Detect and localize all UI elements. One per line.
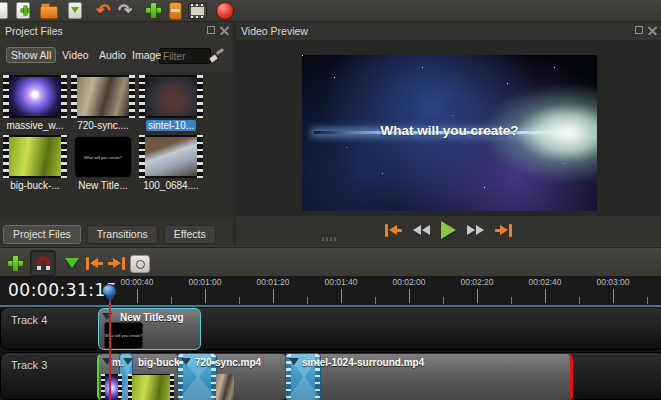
file-label: big-buck-...	[3, 180, 67, 191]
clip-thumbnail	[128, 374, 174, 400]
fast-forward-button[interactable]	[467, 225, 484, 235]
ruler-tick-label: 00:01:20	[256, 277, 289, 287]
center-on-playhead-button[interactable]	[130, 255, 150, 273]
ruler-tick-major	[341, 289, 342, 303]
file-thumbnail	[139, 75, 203, 118]
track-3: Track 3m...big-buck-720-sync.mp4sintel-1…	[0, 352, 661, 400]
track-4: Track 4New Title.svgWhat will you create…	[0, 307, 661, 350]
center-icon	[136, 260, 145, 269]
file-item-massive-w[interactable]: massive_w...	[3, 75, 67, 131]
tab-effects[interactable]: Effects	[164, 225, 216, 244]
clip-label: big-buck-	[138, 357, 180, 368]
chevron-down-icon[interactable]	[289, 358, 299, 365]
file-thumbnail	[71, 75, 135, 118]
choose-profile-button[interactable]	[165, 2, 185, 20]
file-label: 100_0684....	[139, 180, 203, 191]
file-item-100-0684[interactable]: 100_0684....	[139, 135, 203, 191]
rewind-button[interactable]	[413, 225, 430, 235]
redo-icon: ↷	[118, 3, 132, 19]
transport-controls	[236, 218, 661, 242]
playhead-line[interactable]	[109, 300, 111, 400]
ruler-tick-minor	[443, 297, 444, 304]
panel-title: Video Preview	[236, 25, 308, 37]
ruler-tick-minor	[647, 297, 648, 304]
open-project-button[interactable]	[39, 2, 59, 20]
add-track-button[interactable]	[5, 254, 25, 272]
chevron-down-icon[interactable]	[181, 358, 191, 365]
project-files-panel: Project Files Show AllVideoAudioImage ma…	[0, 22, 233, 246]
track-name-label: Track 4	[11, 314, 47, 326]
previous-marker-button[interactable]	[84, 254, 104, 272]
file-thumbnail	[139, 135, 203, 178]
snapping-toggle[interactable]	[30, 250, 56, 276]
filter-tab-image[interactable]: Image	[127, 47, 166, 63]
marker-icon	[65, 258, 79, 268]
ruler-tick-major	[273, 289, 274, 303]
video-frame[interactable]: What will you create?	[302, 55, 597, 211]
file-item-720-sync[interactable]: 720-sync....	[71, 75, 135, 131]
tab-transitions[interactable]: Transitions	[87, 225, 158, 244]
preview-area: What will you create?	[236, 40, 661, 216]
dock-drag-handle[interactable]	[322, 237, 336, 241]
playhead-marker[interactable]	[102, 284, 117, 298]
file-item-new-title[interactable]: What will you create?New Title...	[71, 135, 135, 191]
video-preview-header: Video Preview	[236, 22, 661, 40]
ruler-tick-major	[137, 289, 138, 303]
float-panel-icon[interactable]	[207, 26, 215, 34]
playhead-timecode: 00:00:31:15	[8, 280, 117, 300]
float-panel-icon[interactable]	[635, 26, 643, 34]
new-project-button[interactable]	[13, 2, 33, 20]
play-button[interactable]	[441, 221, 456, 239]
export-video-button[interactable]	[187, 2, 207, 20]
clip-thumbnail	[101, 374, 122, 400]
ruler-tick-major	[545, 289, 546, 303]
tab-project-files[interactable]: Project Files	[3, 225, 81, 244]
undo-button[interactable]: ↶	[93, 2, 113, 20]
open-folder-icon	[40, 6, 58, 19]
ruler-tick-major	[613, 289, 614, 303]
chevron-down-icon[interactable]	[123, 358, 133, 365]
timeline-ruler[interactable]: 00:00:31:15 00:00:4000:01:0000:01:2000:0…	[0, 276, 661, 305]
panel-title: Project Files	[0, 25, 63, 37]
record-icon	[216, 2, 234, 20]
close-panel-icon[interactable]	[648, 26, 657, 35]
close-panel-icon[interactable]	[220, 26, 229, 35]
next-marker-button[interactable]	[106, 254, 126, 272]
clip-sintel-1024-surround-mp4[interactable]: sintel-1024-surround.mp4	[285, 353, 573, 400]
magnet-icon	[37, 256, 50, 270]
openshot-window: { "toolbar": { "icons": ["new-project", …	[0, 0, 661, 400]
file-thumbnail	[3, 75, 67, 118]
ruler-tick-label: 00:00:40	[120, 277, 153, 287]
file-item-sintel-10[interactable]: sintel-10...	[139, 75, 203, 131]
import-files-button[interactable]	[143, 2, 163, 20]
add-marker-button[interactable]	[62, 254, 82, 272]
clip-label: 720-sync.mp4	[195, 357, 261, 368]
ruler-tick-minor	[171, 297, 172, 304]
filter-input[interactable]	[159, 48, 211, 64]
ruler-tick-major	[477, 289, 478, 303]
file-thumbnail: What will you create?	[74, 136, 132, 178]
film-frame-icon	[188, 3, 207, 19]
ruler-tick-major	[205, 289, 206, 303]
clear-filter-brush-icon[interactable]	[209, 49, 223, 63]
ruler-tick-label: 00:01:00	[188, 277, 221, 287]
filter-tab-video[interactable]: Video	[57, 47, 94, 63]
file-item-big-buck[interactable]: big-buck-...	[3, 135, 67, 191]
ruler-tick-minor	[579, 297, 580, 304]
redo-button[interactable]: ↷	[115, 2, 135, 20]
save-icon	[68, 2, 82, 19]
ruler-tick-label: 00:02:40	[528, 277, 561, 287]
record-button[interactable]	[215, 2, 235, 20]
add-track-plus-icon	[8, 256, 23, 271]
filter-tab-show-all[interactable]: Show All	[6, 47, 56, 63]
clip-new-title-svg[interactable]: New Title.svgWhat will you create?	[98, 308, 201, 350]
ruler-tick-label: 00:02:00	[392, 277, 425, 287]
video-overlay-text: What will you create?	[302, 123, 597, 138]
jump-to-end-button[interactable]	[495, 224, 512, 237]
filter-tab-audio[interactable]: Audio	[94, 47, 131, 63]
filter-row: Show AllVideoAudioImage	[0, 46, 233, 68]
jump-to-start-button[interactable]	[385, 224, 402, 237]
ruler-tick-minor	[375, 297, 376, 304]
file-label: massive_w...	[3, 120, 67, 131]
save-project-button[interactable]	[65, 2, 85, 20]
